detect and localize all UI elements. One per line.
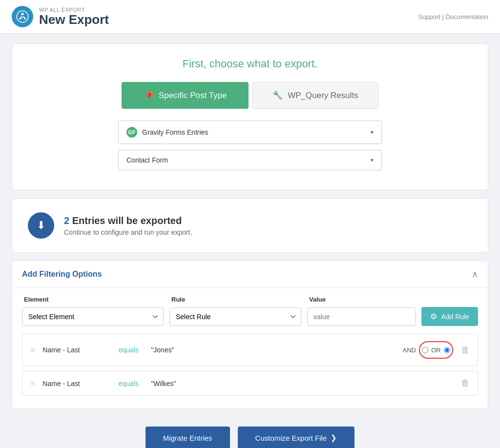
value-input[interactable] xyxy=(307,307,416,326)
delete-rule-button[interactable]: 🗑 xyxy=(461,345,470,355)
contact-form-label: Contact Form xyxy=(126,156,168,164)
main-content: First, choose what to export. 📌 Specific… xyxy=(0,34,500,448)
add-rule-label: Add Rule xyxy=(441,313,469,321)
and-label: AND xyxy=(403,346,416,354)
filter-rules: ≡ Name - Last equals "Jones" AND OR 🗑 xyxy=(22,334,478,396)
filter-body: Element Rule Value Select Element Select… xyxy=(12,288,488,408)
rule-value-2: "Wilkes" xyxy=(151,380,453,387)
pin-icon: 📌 xyxy=(144,90,154,101)
specific-post-type-button[interactable]: 📌 Specific Post Type xyxy=(122,82,249,109)
dropdown-left-2: Contact Form xyxy=(126,156,168,164)
filter-rule-row: ≡ Name - Last equals "Jones" AND OR 🗑 xyxy=(22,334,478,366)
wp-query-button[interactable]: 🔧 WP_Query Results xyxy=(252,82,378,109)
chevron-down-icon: ▾ xyxy=(371,129,374,136)
rule-logic: AND OR xyxy=(403,341,453,359)
migrate-entries-button[interactable]: Migrate Entries xyxy=(146,427,230,448)
entries-label: Entries will be exported xyxy=(72,215,182,226)
or-label: OR xyxy=(431,346,441,354)
brand-name: WP ALL EXPORT xyxy=(39,7,109,13)
rule-value: "Jones" xyxy=(151,346,395,354)
trash-icon-2: 🗑 xyxy=(461,378,470,388)
customize-label: Customize Export File xyxy=(255,434,327,442)
element-select[interactable]: Select Element xyxy=(22,307,164,326)
filter-card: Add Filtering Options ∧ Element Rule Val… xyxy=(12,261,488,409)
app-logo xyxy=(12,6,33,27)
header-left: WP ALL EXPORT New Export xyxy=(12,6,109,27)
drag-handle-icon[interactable]: ≡ xyxy=(30,346,35,354)
and-radio[interactable] xyxy=(422,347,428,353)
download-icon: ⬇ xyxy=(37,219,45,232)
contact-form-dropdown[interactable]: Contact Form ▾ xyxy=(118,150,382,170)
download-icon-circle: ⬇ xyxy=(28,212,54,239)
entries-count-line: 2 Entries will be exported xyxy=(64,215,192,226)
element-col-label: Element xyxy=(24,296,166,303)
add-rule-button[interactable]: ⚙ Add Rule xyxy=(421,307,478,326)
entries-text: 2 Entries will be exported Continue to c… xyxy=(64,215,192,236)
step1-card: First, choose what to export. 📌 Specific… xyxy=(12,43,488,190)
rule-operator-2: equals xyxy=(114,380,143,387)
rule-field: Name - Last xyxy=(42,346,106,354)
rule-col-label: Rule xyxy=(171,296,303,303)
step2-card: ⬇ 2 Entries will be exported Continue to… xyxy=(12,198,488,253)
page-title: New Export xyxy=(39,13,109,27)
export-type-buttons: 📌 Specific Post Type 🔧 WP_Query Results xyxy=(28,82,472,109)
filter-header: Add Filtering Options ∧ xyxy=(12,261,488,288)
filter-title: Add Filtering Options xyxy=(22,270,102,279)
link-separator: | xyxy=(442,13,444,20)
drag-handle-icon-2[interactable]: ≡ xyxy=(30,379,35,388)
action-footer: Migrate Entries Customize Export File ❯ xyxy=(12,417,488,448)
svg-point-2 xyxy=(20,18,21,20)
arrow-right-icon: ❯ xyxy=(331,433,337,442)
wrench-icon: 🔧 xyxy=(272,90,283,101)
svg-point-3 xyxy=(24,18,26,20)
customize-export-button[interactable]: Customize Export File ❯ xyxy=(238,427,355,448)
filter-inputs-row: Select Element Select Rule ⚙ Add Rule xyxy=(22,307,478,326)
rule-select[interactable]: Select Rule xyxy=(169,307,301,326)
gravity-forms-label: Gravity Forms Entries xyxy=(142,128,208,136)
header-links: Support | Documentation xyxy=(418,13,488,20)
gravity-forms-dropdown[interactable]: GF Gravity Forms Entries ▾ xyxy=(118,121,382,144)
value-col-label: Value xyxy=(309,296,470,303)
wp-query-label: WP_Query Results xyxy=(288,91,358,101)
chevron-down-icon-2: ▾ xyxy=(371,157,374,163)
gear-icon: ⚙ xyxy=(430,312,437,321)
entries-count: 2 xyxy=(64,215,69,226)
specific-post-label: Specific Post Type xyxy=(159,91,227,101)
dropdown-left: GF Gravity Forms Entries xyxy=(126,127,208,138)
or-radio[interactable] xyxy=(444,347,450,353)
filter-cols-header: Element Rule Value xyxy=(22,296,478,303)
gf-icon: GF xyxy=(126,127,137,138)
collapse-button[interactable]: ∧ xyxy=(472,269,478,280)
logic-radio-group: OR xyxy=(419,341,453,359)
support-link[interactable]: Support xyxy=(418,13,440,20)
rule-operator: equals xyxy=(114,346,143,354)
header-text: WP ALL EXPORT New Export xyxy=(39,7,109,27)
documentation-link[interactable]: Documentation xyxy=(446,13,488,20)
svg-point-0 xyxy=(17,11,28,22)
rule-field-2: Name - Last xyxy=(42,380,106,387)
filter-rule-row-2: ≡ Name - Last equals "Wilkes" 🗑 xyxy=(22,371,478,396)
app-header: WP ALL EXPORT New Export Support | Docum… xyxy=(0,0,500,34)
delete-rule-button-2[interactable]: 🗑 xyxy=(461,378,470,388)
trash-icon: 🗑 xyxy=(461,345,470,355)
entries-sub-line: Continue to configure and run your expor… xyxy=(64,228,192,236)
step1-title: First, choose what to export. xyxy=(28,58,472,70)
svg-point-1 xyxy=(21,13,23,15)
